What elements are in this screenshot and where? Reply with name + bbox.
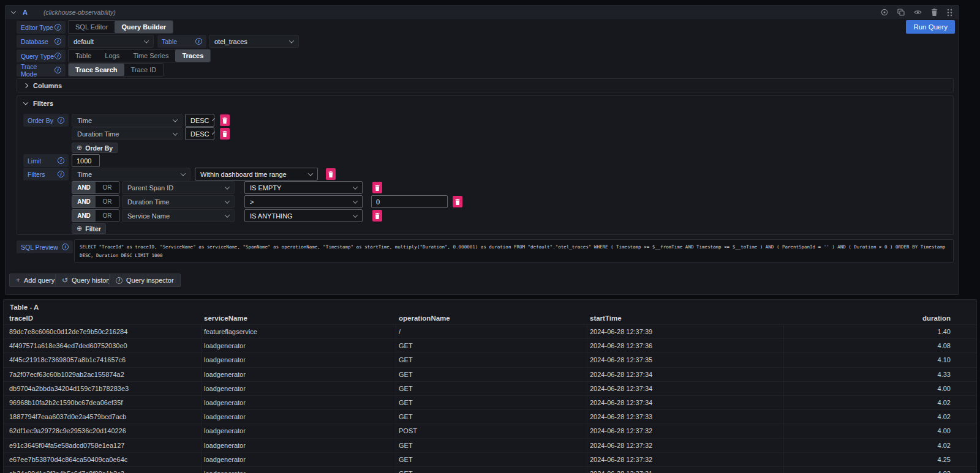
info-circle-icon: i: [116, 277, 123, 284]
columns-section-header[interactable]: Columns: [17, 78, 954, 92]
history-icon: ↺: [62, 277, 68, 284]
remove-order-by-button[interactable]: [220, 128, 230, 140]
chevron-down-icon: [353, 184, 358, 189]
plus-circle-icon: ⊕: [77, 144, 82, 151]
info-icon[interactable]: i: [55, 24, 61, 31]
remove-order-by-button[interactable]: [220, 114, 230, 126]
column-header-traceid[interactable]: traceID: [4, 313, 202, 324]
drag-handle-icon[interactable]: [947, 9, 952, 17]
chevron-down-icon: [181, 171, 186, 176]
filters-section-header[interactable]: Filters: [24, 100, 53, 107]
info-icon[interactable]: i: [62, 244, 69, 250]
filters-section: Filters Order By i Time DESC Duration Ti…: [17, 95, 954, 235]
or-option[interactable]: OR: [96, 196, 119, 207]
collapse-chevron-icon[interactable]: [11, 9, 16, 13]
column-header-starttime[interactable]: startTime: [587, 313, 784, 324]
and-option[interactable]: AND: [72, 210, 96, 222]
trace-id-link[interactable]: 89dc7e8c6060c0d12de7e9b50c216284: [4, 325, 202, 338]
database-select[interactable]: default: [68, 35, 154, 48]
trace-mode-label: Trace Mode i: [17, 64, 66, 76]
remove-filter-button[interactable]: [372, 210, 382, 222]
column-header-operationname[interactable]: operationName: [396, 313, 587, 324]
filter-operator-select[interactable]: IS EMPTY: [244, 181, 363, 194]
info-icon[interactable]: i: [55, 53, 61, 59]
and-option[interactable]: AND: [72, 182, 96, 193]
trace-mode-option-id[interactable]: Trace ID: [124, 64, 164, 76]
trace-mode-option-search[interactable]: Trace Search: [69, 64, 124, 76]
trace-id-link[interactable]: 7a2f07ecf63c60b1029ab2ac155874a2: [4, 368, 202, 381]
info-icon[interactable]: i: [195, 38, 202, 45]
trace-id-link[interactable]: 62df1ec9a29728c9e29536c20d140226: [4, 424, 202, 438]
trace-id-link[interactable]: 4f497571a618e364ed7ded60752030e0: [4, 339, 202, 352]
bool-operator-group: AND OR: [72, 209, 119, 222]
table-row: db9704a2bbda34204d159c71b78283e3 loadgen…: [4, 381, 976, 395]
trace-id-link[interactable]: e91c3645f04fa5e58adcd0758e1ea127: [4, 439, 202, 452]
table-header-row: traceID serviceName operationName startT…: [4, 313, 976, 324]
bool-operator-group: AND OR: [72, 195, 119, 208]
hide-response-eye-icon[interactable]: [914, 9, 922, 16]
query-type-option-logs[interactable]: Logs: [98, 50, 126, 62]
order-by-direction-select[interactable]: DESC: [185, 127, 214, 140]
chevron-down-icon: [212, 118, 215, 121]
or-option[interactable]: OR: [96, 182, 119, 193]
plus-icon: +: [16, 277, 20, 284]
chevron-down-icon: [225, 198, 230, 203]
trace-id-link[interactable]: ab34c90d1e2f3a4b5c6d7e8f90a1b2c3: [4, 467, 202, 473]
run-query-button[interactable]: Run Query: [906, 20, 955, 34]
table-panel: Table - A traceID serviceName operationN…: [3, 299, 977, 473]
table-row: 4f45c21918c73698057a8b1c741657c6 loadgen…: [4, 352, 976, 367]
order-by-direction-select[interactable]: DESC: [185, 114, 214, 127]
bool-operator-group: AND OR: [72, 181, 119, 194]
info-icon[interactable]: i: [58, 117, 64, 124]
filter-value-input[interactable]: 0: [371, 195, 448, 208]
table-row: 89dc7e8c6060c0d12de7e9b50c216284 feature…: [4, 324, 976, 338]
query-inspector-button[interactable]: i Query inspector: [109, 274, 181, 287]
trace-id-link[interactable]: e67ee7b53870d4c864ca50409ca0e64c: [4, 453, 202, 466]
and-option[interactable]: AND: [72, 196, 96, 207]
filters-label: Filters i: [23, 168, 69, 181]
filter-field-select[interactable]: Duration Time: [122, 195, 235, 208]
remove-query-trash-icon[interactable]: [931, 9, 938, 16]
record-circle-icon[interactable]: [881, 9, 888, 16]
query-type-option-table[interactable]: Table: [69, 50, 98, 62]
chevron-down-icon: [173, 117, 178, 122]
add-filter-button[interactable]: ⊕ Filter: [72, 223, 106, 234]
filter-field-select[interactable]: Parent Span ID: [122, 181, 235, 194]
add-order-by-button[interactable]: ⊕ Order By: [72, 143, 118, 153]
table-select[interactable]: otel_traces: [209, 35, 299, 48]
trace-id-link[interactable]: db9704a2bbda34204d159c71b78283e3: [4, 382, 202, 395]
column-header-duration[interactable]: duration: [784, 313, 976, 324]
column-header-servicename[interactable]: serviceName: [202, 313, 396, 324]
remove-filter-button[interactable]: [372, 182, 382, 193]
filter-operator-select[interactable]: >: [244, 195, 363, 208]
info-icon[interactable]: i: [58, 157, 64, 164]
info-icon[interactable]: i: [58, 171, 64, 177]
query-row-header[interactable]: A (clickhouse-observability): [6, 6, 959, 19]
table-row: 96968b10fa2b2c1590bc67dea06ef35f loadgen…: [4, 395, 976, 409]
add-query-button[interactable]: + Add query: [9, 274, 61, 287]
query-type-option-traces[interactable]: Traces: [175, 50, 210, 62]
remove-filter-button[interactable]: [326, 168, 336, 180]
query-type-option-timeseries[interactable]: Time Series: [126, 50, 175, 62]
remove-filter-button[interactable]: [453, 196, 462, 207]
table-body: 89dc7e8c6060c0d12de7e9b50c216284 feature…: [4, 324, 976, 473]
order-by-field-select[interactable]: Time: [72, 114, 183, 127]
editor-type-option-builder[interactable]: Query Builder: [115, 21, 173, 33]
info-icon[interactable]: i: [55, 67, 61, 73]
trace-id-link[interactable]: 1887794f7eaa6037d0e2a4579bcd7acb: [4, 410, 202, 423]
info-icon[interactable]: i: [55, 38, 61, 45]
table-row: e91c3645f04fa5e58adcd0758e1ea127 loadgen…: [4, 438, 976, 452]
sql-preview-code: SELECT "TraceId" as traceID, "ServiceNam…: [74, 239, 954, 263]
order-by-field-select[interactable]: Duration Time: [72, 127, 183, 140]
duplicate-query-icon[interactable]: [897, 9, 905, 16]
or-option[interactable]: OR: [96, 210, 119, 222]
trace-id-link[interactable]: 96968b10fa2b2c1590bc67dea06ef35f: [4, 396, 202, 409]
editor-type-option-sql[interactable]: SQL Editor: [69, 21, 115, 33]
filter-field-select[interactable]: Service Name: [122, 209, 235, 222]
filter-operator-select[interactable]: Within dashboard time range: [195, 168, 318, 181]
filter-operator-select[interactable]: IS ANYTHING: [244, 209, 363, 222]
editor-type-label: Editor Type i: [17, 21, 66, 34]
filter-field-select[interactable]: Time: [72, 168, 190, 181]
trace-id-link[interactable]: 4f45c21918c73698057a8b1c741657c6: [4, 353, 202, 367]
limit-input[interactable]: 1000: [72, 154, 100, 167]
